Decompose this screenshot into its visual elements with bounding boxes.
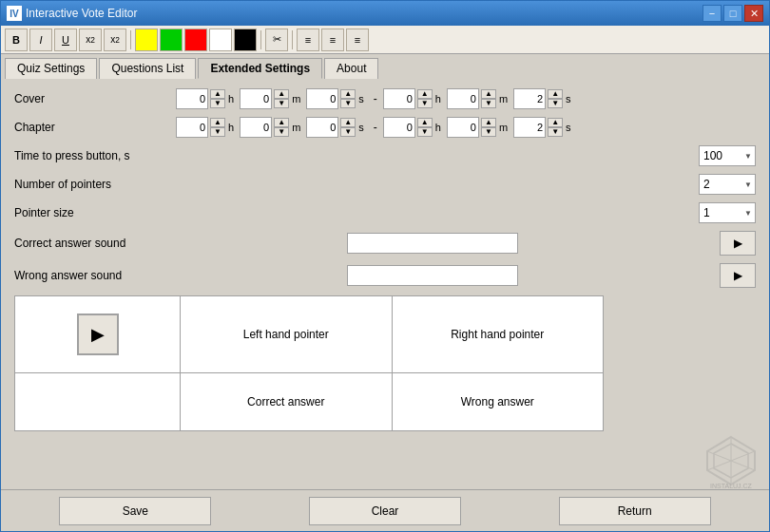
italic-button[interactable]: I	[29, 28, 52, 51]
time-to-press-dropdown[interactable]: 100 200 300	[699, 145, 756, 166]
cover-h2-up[interactable]: ▲	[417, 89, 433, 99]
chapter-row: Chapter 0 ▲ ▼ h 0 ▲ ▼ m 0 ▲ ▼ s	[14, 117, 756, 138]
correct-sound-input[interactable]	[347, 233, 518, 254]
right-hand-pointer-cell: Right hand pointer	[393, 296, 604, 372]
tabs: Quiz Settings Questions List Extended Se…	[1, 54, 769, 79]
cover-h2-spinners: ▲ ▼	[417, 89, 433, 108]
cover-m1-down[interactable]: ▼	[274, 99, 289, 108]
chapter-h2-field: 0	[383, 117, 415, 138]
chapter-m1-field: 0	[240, 117, 272, 138]
pointer-grid-top: ▶ Left hand pointer Right hand pointer	[15, 296, 603, 373]
correct-sound-label: Correct answer sound	[14, 237, 176, 250]
scissors-button[interactable]: ✂	[265, 28, 288, 51]
chapter-m1-spinners: ▲ ▼	[274, 118, 289, 137]
chapter-m1-unit: m	[292, 122, 300, 133]
chapter-h1-unit: h	[228, 122, 234, 133]
chapter-h2-down[interactable]: ▼	[417, 127, 433, 137]
cover-row: Cover 0 ▲ ▼ h 0 ▲ ▼ m 0 ▲	[14, 88, 756, 109]
chapter-s2-up[interactable]: ▲	[548, 118, 563, 127]
cover-m1-up[interactable]: ▲	[274, 89, 289, 99]
cover-h1-up[interactable]: ▲	[210, 89, 225, 99]
chapter-h1-down[interactable]: ▼	[210, 127, 225, 137]
watermark: INSTALUJ.CZ INSTALUJ.CZ	[703, 432, 760, 489]
title-bar-left: IV Interactive Vote Editor	[7, 6, 137, 21]
left-hand-pointer-cell: Left hand pointer	[181, 296, 393, 372]
cover-h2-field: 0	[383, 88, 415, 109]
left-hand-pointer-label: Left hand pointer	[243, 328, 329, 341]
pointer-play-cell: ▶	[15, 296, 181, 372]
wrong-answer-label: Wrong answer	[461, 395, 534, 408]
wrong-sound-input[interactable]	[347, 265, 518, 286]
cover-s1-up[interactable]: ▲	[340, 89, 356, 99]
cover-h1-field: 0	[176, 88, 208, 109]
close-button[interactable]: ✕	[744, 5, 763, 22]
tab-about[interactable]: About	[324, 58, 378, 79]
clear-button[interactable]: Clear	[309, 497, 461, 525]
time-to-press-row: Time to press button, s 100 200 300	[14, 145, 756, 166]
superscript-button[interactable]: x2	[79, 28, 102, 51]
color-red[interactable]	[184, 28, 207, 51]
pointer-size-dropdown[interactable]: 1 2 3	[699, 202, 756, 223]
cover-m2-up[interactable]: ▲	[481, 89, 496, 99]
color-white[interactable]	[209, 28, 232, 51]
align-right-button[interactable]: ≡	[346, 28, 369, 51]
minimize-button[interactable]: −	[703, 5, 722, 22]
chapter-s2-spinners: ▲ ▼	[548, 118, 563, 137]
bold-button[interactable]: B	[5, 28, 28, 51]
underline-button[interactable]: U	[54, 28, 77, 51]
chapter-s2-down[interactable]: ▼	[548, 127, 563, 137]
window-title: Interactive Vote Editor	[26, 7, 137, 20]
correct-sound-controls: ▶	[176, 231, 756, 256]
cover-s2-up[interactable]: ▲	[548, 89, 563, 99]
cover-h2-down[interactable]: ▼	[417, 99, 433, 108]
tab-extended-settings[interactable]: Extended Settings	[198, 58, 322, 79]
cover-dash: -	[374, 92, 377, 105]
pointer-size-dropdown-wrap: 1 2 3	[699, 202, 756, 223]
tab-quiz-settings[interactable]: Quiz Settings	[5, 58, 97, 79]
chapter-m2-down[interactable]: ▼	[481, 127, 496, 137]
chapter-m2-up[interactable]: ▲	[481, 118, 496, 127]
maximize-button[interactable]: □	[723, 5, 742, 22]
chapter-h2-unit: h	[435, 122, 441, 133]
pointer-size-right: 1 2 3	[699, 202, 756, 223]
wrong-answer-cell: Wrong answer	[393, 373, 604, 430]
chapter-m1-down[interactable]: ▼	[274, 127, 289, 137]
cover-m1-field: 0	[240, 88, 272, 109]
correct-sound-play[interactable]: ▶	[720, 231, 756, 256]
wrong-sound-row: Wrong answer sound ▶	[14, 263, 756, 288]
pointer-play-button[interactable]: ▶	[77, 314, 119, 355]
align-left-button[interactable]: ≡	[297, 28, 319, 51]
cover-s2-unit: s	[566, 93, 571, 104]
chapter-s1-up[interactable]: ▲	[340, 118, 356, 127]
chapter-m1-up[interactable]: ▲	[274, 118, 289, 127]
cover-s1-down[interactable]: ▼	[340, 99, 356, 108]
color-green[interactable]	[160, 28, 183, 51]
align-center-button[interactable]: ≡	[321, 28, 344, 51]
pointer-size-row: Pointer size 1 2 3	[14, 202, 756, 223]
chapter-h2-spinners: ▲ ▼	[417, 118, 433, 137]
chapter-dash: -	[374, 121, 377, 134]
wrong-sound-controls: ▶	[176, 263, 756, 288]
num-pointers-dropdown-wrap: 1 2 3 4	[699, 174, 756, 195]
toolbar-separator-3	[292, 30, 293, 49]
color-black[interactable]	[234, 28, 257, 51]
return-button[interactable]: Return	[559, 497, 711, 525]
chapter-h2-up[interactable]: ▲	[417, 118, 433, 127]
cover-m2-field: 0	[447, 88, 479, 109]
tab-questions-list[interactable]: Questions List	[99, 58, 196, 79]
cover-s2-field: 2	[513, 88, 546, 109]
cover-h1-down[interactable]: ▼	[210, 99, 225, 108]
color-yellow[interactable]	[135, 28, 158, 51]
wrong-sound-play[interactable]: ▶	[720, 263, 756, 288]
app-icon: IV	[7, 6, 22, 21]
subscript-button[interactable]: x2	[104, 28, 126, 51]
right-hand-pointer-label: Right hand pointer	[451, 328, 544, 341]
save-button[interactable]: Save	[59, 497, 211, 525]
chapter-h1-up[interactable]: ▲	[210, 118, 225, 127]
chapter-s1-down[interactable]: ▼	[340, 127, 356, 137]
cover-s2-down[interactable]: ▼	[548, 99, 563, 108]
cover-m2-down[interactable]: ▼	[481, 99, 496, 108]
num-pointers-dropdown[interactable]: 1 2 3 4	[699, 174, 756, 195]
cover-s1-spinners: ▲ ▼	[340, 89, 356, 108]
cover-m1-spinners: ▲ ▼	[274, 89, 289, 108]
